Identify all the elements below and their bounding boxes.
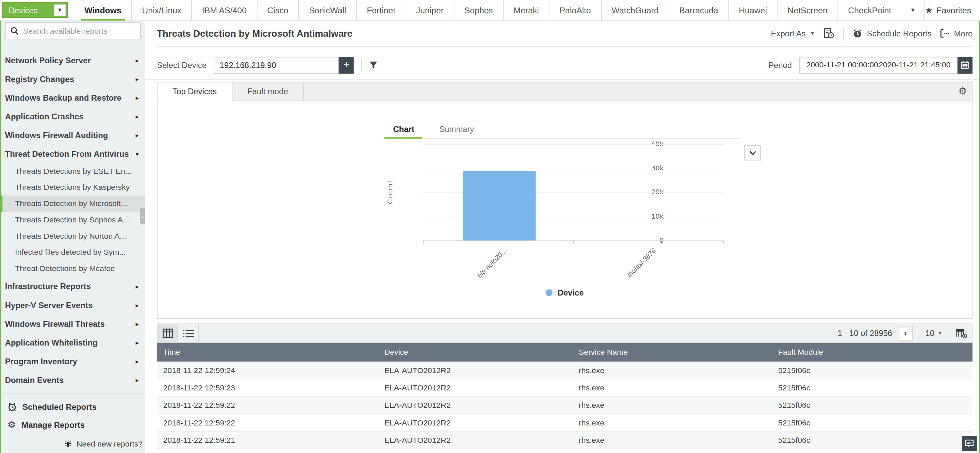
next-page-button[interactable]: › [899,326,912,340]
table-row[interactable]: 2018-11-22 12:59:21 ELA-AUTO2012R2 rhs.e… [157,432,972,449]
expand-arrow-icon [136,358,139,365]
report-search-box[interactable] [5,22,141,40]
nav-tab[interactable]: Cisco [257,0,299,21]
feedback-button[interactable] [962,436,977,451]
reports-sidebar: Network Policy Server Registry Changes W… [0,21,145,453]
more-button[interactable]: More [940,29,972,38]
column-settings-button[interactable] [956,328,967,338]
expand-arrow-icon [136,339,139,346]
widget-settings-button[interactable]: ⚙ [959,82,972,100]
sidebar-item-label: Threat Detections by Mcafee [15,264,115,273]
schedule-reports-button[interactable]: Schedule Reports [853,29,931,38]
sidebar-item-label: Threat Detection From Antivirus [5,149,129,159]
sidebar-item[interactable]: Threat Detections by Mcafee [0,261,145,277]
device-input[interactable] [214,56,339,73]
grid-view-button[interactable] [158,324,178,342]
sidebar-item-label: Windows Firewall Threats [5,319,105,329]
nav-tab[interactable]: Huawei [729,0,778,21]
need-new-reports-link[interactable]: Need new reports? [64,440,143,448]
nav-overflow-button[interactable]: ▼ [901,0,925,21]
period-range-field[interactable]: 2000-11-21 00:00:00 2020-11-21 21:45:00 [799,56,958,73]
scheduled-reports-link[interactable]: Scheduled Reports [5,399,145,416]
calendar-button[interactable] [958,56,972,73]
search-input[interactable] [23,27,135,35]
sidebar-item[interactable]: Network Policy Server [0,51,145,69]
table-row[interactable]: 2018-11-22 12:59:23 ELA-AUTO2012R2 rhs.e… [157,379,972,397]
grid-view-icon [162,329,173,338]
cell-fault-module: 5215f06c [772,436,972,445]
table-row[interactable]: 2018-11-22 12:59:22 ELA-AUTO2012R2 rhs.e… [157,397,972,414]
sidebar-item[interactable]: Windows Firewall Auditing [0,126,145,144]
sidebar-item[interactable]: Application Crashes [0,108,145,126]
tab-top-devices[interactable]: Top Devices [157,82,232,101]
nav-tab[interactable]: Barracuda [669,0,729,21]
nav-tab[interactable]: Juniper [406,0,454,21]
column-header-service-name[interactable]: Service Name [572,348,772,357]
star-icon: ★ [925,5,933,15]
devices-dropdown-button[interactable]: Devices ▼ [2,2,68,18]
sidebar-item-label: Domain Events [5,375,64,385]
page-size-select[interactable]: 10 ▼ [925,329,942,338]
nav-tab[interactable]: Fortinet [357,0,406,21]
nav-tab[interactable]: IBM AS/400 [192,0,257,21]
gridline [423,168,724,169]
legend-series-label[interactable]: Device [557,288,584,297]
nav-tab[interactable]: SonicWall [299,0,357,21]
sidebar-item-label: Application Whitelisting [5,338,98,348]
sidebar-item[interactable]: Registry Changes [0,70,145,88]
cell-service-name: rhs.exe [572,401,772,410]
top-navigation-bar: Devices ▼ Windows Unix/Linux IBM AS/400 … [0,0,980,21]
sidebar-item[interactable]: Hyper-V Server Events [0,296,145,314]
tab-summary[interactable]: Summary [439,124,474,139]
sidebar-item[interactable]: Threats Detection by Sophos A... [0,212,145,228]
sidebar-item[interactable]: Infected files detected by Sym... [0,244,145,261]
sidebar-collapse-handle[interactable]: ‹ [140,208,145,224]
sidebar-item[interactable]: Threats Detection by Microsoft... [0,196,145,212]
nav-tab[interactable]: Meraki [504,0,550,21]
expand-arrow-icon [136,75,139,82]
devices-caret-box[interactable]: ▼ [54,4,66,16]
favorites-button[interactable]: ★ Favorites [925,5,971,15]
sidebar-item[interactable]: Threats Detections by Kaspersky [0,179,145,196]
nav-tab[interactable]: NetScreen [778,0,838,21]
sidebar-item[interactable]: Infrastructure Reports [0,278,145,296]
tab-fault-mode[interactable]: Fault mode [232,82,304,100]
sidebar-item[interactable]: Threats Detection by Norton A... [0,228,145,244]
cell-service-name: rhs.exe [572,436,772,445]
list-view-button[interactable] [178,324,199,342]
column-header-time[interactable]: Time [157,348,378,357]
filter-button[interactable] [362,57,378,72]
nav-tab[interactable]: Windows [75,0,132,21]
scheduled-reports-label: Scheduled Reports [22,402,97,412]
alarm-clock-icon [8,402,17,412]
gear-icon: ⚙ [8,419,16,430]
nav-tab[interactable]: Unix/Linux [132,0,192,21]
sidebar-item[interactable]: Windows Firewall Threats [0,315,145,333]
x-axis-tick [573,240,574,243]
nav-tab[interactable]: PaloAlto [550,0,601,21]
chart-bar[interactable] [463,171,536,240]
table-row[interactable]: 2018-11-22 12:59:22 ELA-AUTO2012R2 rhs.e… [157,414,972,432]
cell-time: 2018-11-22 12:59:24 [157,366,378,374]
table-row[interactable]: 2018-11-22 12:59:24 ELA-AUTO2012R2 rhs.e… [157,361,972,379]
sidebar-item[interactable]: Application Whitelisting [0,334,145,352]
cell-service-name: rhs.exe [572,418,772,427]
export-as-button[interactable]: Export As ▼ [771,29,815,38]
nav-tab-label: Windows [84,5,121,15]
gear-icon: ⚙ [959,86,967,97]
nav-tab[interactable]: WatchGuard [601,0,669,21]
sidebar-item[interactable]: Threat Detection From Antivirus [0,145,145,163]
nav-tab[interactable]: Sophos [454,0,504,21]
sidebar-item[interactable]: Windows Backup and Restore [0,89,145,107]
cell-service-name: rhs.exe [572,366,772,374]
sidebar-item[interactable]: Domain Events [0,371,145,389]
export-history-icon[interactable] [824,28,834,39]
nav-tab[interactable]: CheckPoint [838,0,901,21]
sidebar-item[interactable]: Program Inventory [0,352,145,370]
manage-reports-link[interactable]: ⚙ Manage Reports [5,415,145,434]
column-header-device[interactable]: Device [378,348,572,357]
report-category-list: Network Policy Server Registry Changes W… [0,51,145,396]
column-header-fault-module[interactable]: Fault Module [772,348,972,357]
add-device-button[interactable]: + [339,56,354,73]
sidebar-item[interactable]: Threats Detections by ESET En... [0,163,145,179]
